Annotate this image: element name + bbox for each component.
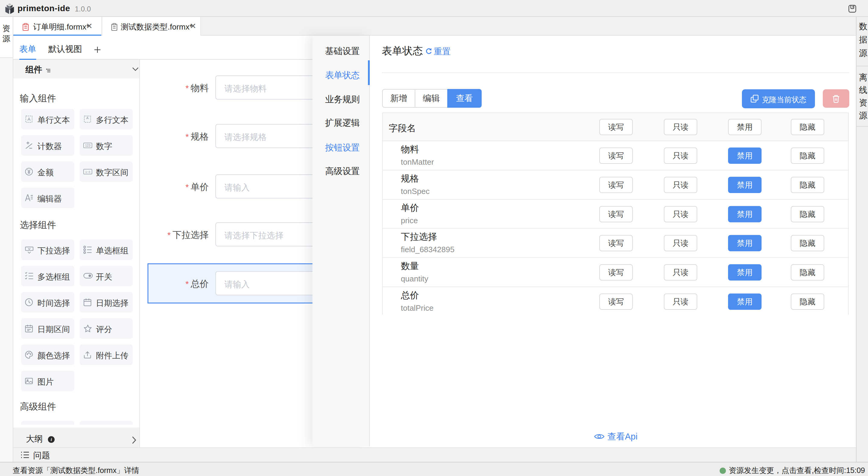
- svg-text:A: A: [86, 116, 89, 120]
- svg-text:123: 123: [85, 144, 91, 147]
- svg-text:1~3: 1~3: [85, 170, 91, 174]
- svg-text:A: A: [27, 116, 31, 122]
